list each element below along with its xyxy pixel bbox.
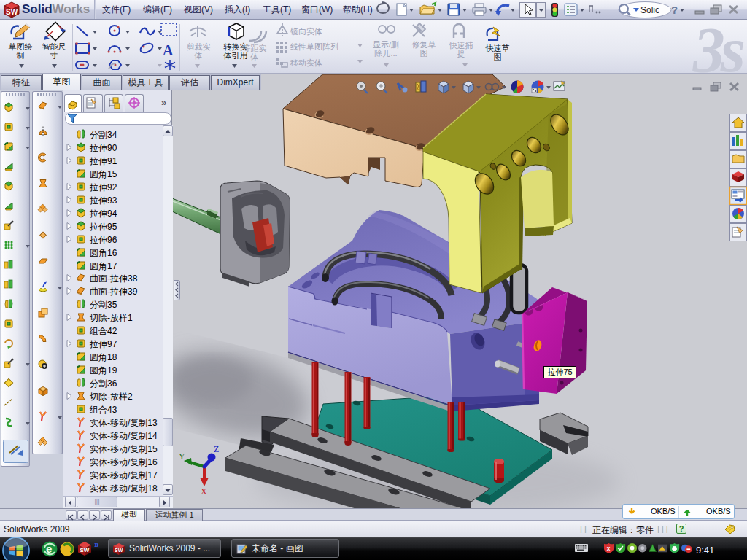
svg-text:SW: SW [6, 8, 18, 16]
svg-text:SW: SW [80, 547, 90, 553]
svg-text:»: » [94, 540, 99, 550]
svg-text:Y: Y [179, 451, 185, 462]
svg-text:e: e [46, 542, 52, 555]
svg-text:SW: SW [115, 548, 123, 553]
svg-text:?: ? [671, 4, 678, 16]
svg-text:X: X [201, 486, 207, 497]
svg-text:9:41: 9:41 [696, 545, 714, 556]
svg-text:A: A [163, 42, 174, 58]
svg-text:Solic: Solic [640, 5, 659, 15]
svg-text:x: x [607, 545, 611, 552]
svg-text:Z: Z [214, 444, 219, 454]
